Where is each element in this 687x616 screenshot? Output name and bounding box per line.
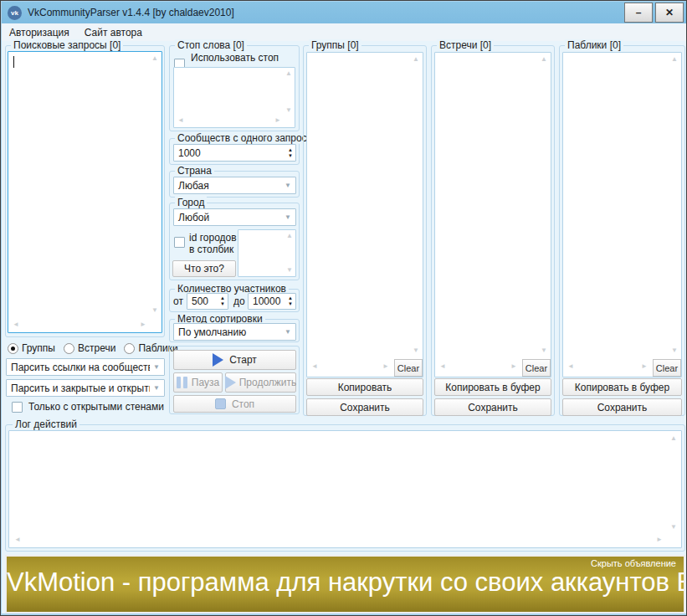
- members-from-spinner[interactable]: 500 ▲ ▼: [187, 293, 228, 310]
- run-controls-panel: Старт Пауза Продолжить Стоп: [169, 346, 300, 414]
- spinner-arrows[interactable]: ▲ ▼: [218, 296, 228, 306]
- stop-words-label: Стоп слова [0]: [175, 39, 247, 51]
- scroll-down-icon[interactable]: ▼: [413, 347, 419, 354]
- chevron-down-icon: ▼: [281, 213, 291, 221]
- stop-button[interactable]: Стоп: [173, 395, 296, 413]
- radio-groups[interactable]: Группы: [8, 342, 55, 354]
- play-icon: [213, 353, 223, 367]
- spinner-up-icon[interactable]: ▲: [288, 296, 293, 300]
- parse-links-value: Парсить ссылки на сообщества: [11, 362, 150, 373]
- scroll-right-icon[interactable]: ►: [641, 363, 648, 370]
- chevron-down-icon: ▼: [150, 363, 160, 371]
- menu-author-site[interactable]: Сайт автора: [77, 25, 150, 40]
- scroll-right-icon[interactable]: ►: [140, 321, 146, 328]
- scroll-left-icon[interactable]: ◄: [567, 363, 574, 370]
- radio-meetings[interactable]: Встречи: [64, 342, 115, 354]
- scroll-up-icon[interactable]: ▲: [285, 70, 292, 77]
- close-button[interactable]: ✕: [655, 3, 684, 23]
- search-queries-textarea[interactable]: ▲ ▼ ◄ ►: [8, 51, 162, 333]
- resume-button[interactable]: Продолжить: [225, 372, 296, 393]
- radio-groups-label: Группы: [22, 342, 55, 354]
- ad-banner-text[interactable]: VkMotion - программа для накрутки со сво…: [7, 567, 684, 598]
- scroll-left-icon[interactable]: ◄: [13, 321, 19, 328]
- scroll-up-icon[interactable]: ▲: [670, 435, 677, 442]
- ad-banner[interactable]: Скрыть объявление VkMotion - программа д…: [5, 555, 685, 613]
- scroll-down-icon[interactable]: ▼: [671, 347, 678, 354]
- scroll-right-icon[interactable]: ►: [382, 363, 389, 370]
- scroll-up-icon[interactable]: ▲: [413, 56, 419, 63]
- scroll-up-icon[interactable]: ▲: [151, 55, 158, 62]
- minimize-button[interactable]: –: [624, 3, 653, 23]
- scroll-down-icon[interactable]: ▼: [151, 307, 158, 314]
- scroll-right-icon[interactable]: ►: [510, 363, 517, 370]
- scroll-down-icon[interactable]: ▼: [286, 267, 293, 274]
- action-log-textarea[interactable]: ▲ ▼ ◄ ►: [8, 430, 682, 548]
- copy-button[interactable]: Копировать: [306, 378, 423, 396]
- scroll-left-icon[interactable]: ◄: [311, 363, 318, 370]
- save-button[interactable]: Сохранить: [434, 398, 551, 416]
- pause-button[interactable]: Пауза: [173, 372, 223, 393]
- text-cursor: [13, 56, 14, 68]
- parse-links-combobox[interactable]: Парсить ссылки на сообщества ▼: [6, 358, 165, 376]
- publics-results-list[interactable]: ▲ ▼ ◄ ► Clear: [562, 52, 682, 377]
- country-combobox[interactable]: Любая ▼: [173, 177, 296, 194]
- clear-button[interactable]: Clear: [394, 359, 423, 377]
- meetings-results-list[interactable]: ▲ ▼ ◄ ► Clear: [434, 52, 551, 377]
- spinner-up-icon[interactable]: ▲: [288, 148, 293, 152]
- city-ids-textarea[interactable]: ▲ ▼: [238, 229, 296, 277]
- action-log-panel: Лог действий ▲ ▼ ◄ ►: [5, 424, 685, 552]
- city-combobox[interactable]: Любой ▼: [173, 208, 296, 226]
- search-queries-panel: Поисковые запросы [0] ▲ ▼ ◄ ►: [5, 45, 165, 337]
- title-bar[interactable]: vk VkCommunityParser v1.4.4 [by chaldaev…: [2, 2, 687, 23]
- chevron-down-icon: ▼: [281, 182, 291, 189]
- start-label: Старт: [229, 354, 257, 366]
- scroll-up-icon[interactable]: ▲: [671, 56, 678, 63]
- spinner-down-icon[interactable]: ▼: [288, 302, 293, 306]
- parse-privacy-combobox[interactable]: Парсить и закрытые и открыты ▼: [6, 379, 165, 397]
- scroll-down-icon[interactable]: ▼: [670, 524, 677, 531]
- per-query-spinner[interactable]: 1000 ▲ ▼: [173, 144, 296, 162]
- per-query-panel: Сообществ с одного запроса 1000 ▲ ▼: [169, 138, 300, 165]
- spinner-down-icon[interactable]: ▼: [288, 154, 293, 158]
- scroll-right-icon[interactable]: ►: [656, 536, 663, 543]
- menu-authorization[interactable]: Авторизация: [2, 25, 77, 40]
- sorting-value: По умолчанию: [178, 326, 246, 338]
- copy-buffer-button[interactable]: Копировать в буфер: [562, 378, 682, 396]
- scroll-down-icon[interactable]: ▼: [285, 107, 292, 114]
- save-button[interactable]: Сохранить: [562, 398, 682, 416]
- members-to-spinner[interactable]: 10000 ▲ ▼: [248, 293, 296, 310]
- city-ids-checkbox[interactable]: id городов в столбик: [174, 232, 243, 255]
- radio-meetings-label: Встречи: [78, 342, 115, 354]
- scroll-up-icon[interactable]: ▲: [286, 233, 293, 239]
- scroll-left-icon[interactable]: ◄: [439, 363, 446, 370]
- save-button[interactable]: Сохранить: [306, 398, 423, 416]
- city-panel: Город Любой ▼ id городов в столбик ▲ ▼ Ч…: [169, 203, 300, 280]
- spinner-arrows[interactable]: ▲ ▼: [285, 296, 295, 306]
- clear-button[interactable]: Clear: [522, 359, 551, 377]
- country-panel: Страна Любая ▼: [169, 171, 300, 198]
- what-is-it-button[interactable]: Что это?: [172, 260, 236, 277]
- sorting-combobox[interactable]: По умолчанию ▼: [173, 323, 296, 341]
- scroll-up-icon[interactable]: ▲: [541, 56, 547, 63]
- open-walls-checkbox[interactable]: Только с открытыми стенами: [12, 401, 164, 413]
- groups-results-list[interactable]: ▲ ▼ ◄ ► Clear: [306, 52, 423, 377]
- pause-label: Пауза: [192, 377, 219, 388]
- scroll-left-icon[interactable]: ◄: [177, 117, 184, 124]
- spinner-up-icon[interactable]: ▲: [220, 296, 225, 300]
- copy-buffer-button[interactable]: Копировать в буфер: [434, 378, 551, 396]
- parse-target-radios: Группы Встречи Паблики: [8, 341, 178, 355]
- scroll-left-icon[interactable]: ◄: [14, 536, 21, 543]
- groups-results-label: Группы [0]: [309, 39, 361, 51]
- scroll-right-icon[interactable]: ►: [274, 117, 281, 124]
- open-walls-label: Только с открытыми стенами: [28, 401, 164, 413]
- start-button[interactable]: Старт: [173, 350, 296, 370]
- clear-button[interactable]: Clear: [653, 359, 681, 377]
- stop-words-textarea[interactable]: ▲ ▼ ◄ ►: [173, 67, 295, 128]
- per-query-label: Сообществ с одного запроса: [175, 132, 315, 144]
- parse-privacy-value: Парсить и закрытые и открыты: [11, 382, 150, 394]
- country-label: Страна: [175, 165, 214, 177]
- scroll-down-icon[interactable]: ▼: [541, 347, 547, 354]
- spinner-down-icon[interactable]: ▼: [220, 302, 225, 306]
- members-to-value: 10000: [253, 295, 280, 307]
- spinner-arrows[interactable]: ▲ ▼: [285, 148, 295, 158]
